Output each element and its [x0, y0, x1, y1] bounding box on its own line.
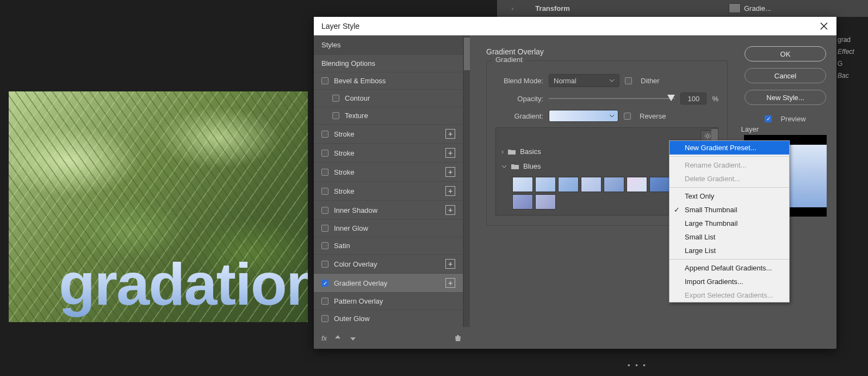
align-layer-label: Layer	[741, 125, 759, 133]
opacity-slider[interactable]	[549, 94, 675, 103]
arrow-up-icon[interactable]	[333, 334, 342, 342]
style-item-label: Blending Options	[321, 59, 375, 67]
checkbox[interactable]	[321, 280, 328, 287]
menu-rename-gradient: Rename Gradient...	[669, 158, 789, 172]
styles-list[interactable]: StylesBlending OptionsBevel & EmbossCont…	[314, 35, 463, 327]
chevron-down-icon	[609, 113, 615, 119]
document-canvas[interactable]: gradation	[9, 91, 308, 322]
arrow-down-icon[interactable]	[349, 334, 357, 342]
gradient-swatch[interactable]	[535, 177, 556, 192]
menu-large-list[interactable]: Large List	[669, 244, 789, 257]
checkbox[interactable]	[321, 77, 328, 84]
styles-header[interactable]: Styles	[314, 35, 463, 54]
checkbox[interactable]	[332, 112, 339, 119]
style-item-label: Outer Glow	[334, 315, 370, 323]
more-dots-icon[interactable]: • • •	[628, 361, 647, 369]
style-item-stroke[interactable]: Stroke+	[314, 162, 463, 181]
style-item-texture[interactable]: Texture	[314, 107, 463, 124]
checkbox[interactable]	[321, 225, 328, 232]
style-item-pattern-overlay[interactable]: Pattern Overlay	[314, 292, 463, 310]
styles-scrollbar[interactable]	[463, 35, 470, 327]
gradient-swatch[interactable]	[627, 177, 647, 192]
blend-mode-select[interactable]: Normal	[549, 74, 619, 87]
style-item-label: Gradient Overlay	[334, 279, 387, 287]
layer-name[interactable]: Gradie...	[744, 4, 771, 13]
checkbox[interactable]	[321, 188, 328, 195]
style-item-stroke[interactable]: Stroke+	[314, 181, 463, 200]
fx-icon[interactable]: fx	[321, 334, 327, 342]
chevron-down-icon	[501, 164, 507, 169]
styles-column: StylesBlending OptionsBevel & EmbossCont…	[314, 35, 470, 349]
gradient-swatch[interactable]	[512, 177, 533, 192]
layer-thumbnail-row: Gradie...	[729, 0, 794, 16]
checkbox[interactable]	[321, 150, 328, 157]
gradient-swatch[interactable]	[512, 194, 533, 209]
menu-small-thumbnail[interactable]: Small Thumbnail	[669, 203, 789, 217]
style-item-stroke[interactable]: Stroke+	[314, 124, 463, 143]
layer-thumb[interactable]	[729, 3, 741, 13]
menu-small-list[interactable]: Small List	[669, 230, 789, 244]
gradient-swatch[interactable]	[581, 177, 602, 192]
add-effect-icon[interactable]: +	[445, 205, 455, 215]
opacity-unit: %	[712, 95, 718, 103]
preview-checkbox[interactable]: Preview	[765, 115, 805, 123]
blend-mode-label: Blend Mode:	[495, 77, 543, 85]
style-item-outer-glow[interactable]: Outer Glow	[314, 310, 463, 327]
checkbox[interactable]	[332, 95, 339, 102]
style-item-label: Stroke	[334, 168, 355, 176]
gradient-swatch[interactable]	[558, 177, 579, 192]
gradient-swatch[interactable]	[604, 177, 624, 192]
text-layer-gradation[interactable]: gradation	[59, 249, 308, 318]
checkbox[interactable]	[321, 298, 328, 305]
style-item-contour[interactable]: Contour	[314, 89, 463, 107]
trash-icon[interactable]	[454, 334, 462, 342]
style-item-label: Stroke	[334, 187, 355, 195]
ok-button[interactable]: OK	[745, 46, 826, 61]
transform-header[interactable]: Transform	[535, 4, 570, 13]
gradient-swatch[interactable]	[535, 194, 556, 209]
cancel-button[interactable]: Cancel	[745, 68, 826, 83]
menu-import-gradients[interactable]: Import Gradients...	[669, 275, 789, 288]
reverse-checkbox[interactable]: Reverse	[624, 112, 666, 120]
menu-new-gradient-preset[interactable]: New Gradient Preset...	[669, 141, 789, 155]
checkbox[interactable]	[321, 131, 328, 138]
chevron-down-icon	[609, 78, 615, 83]
dialog-titlebar[interactable]: Layer Style	[314, 17, 836, 35]
style-item-inner-shadow[interactable]: Inner Shadow+	[314, 200, 463, 219]
style-item-gradient-overlay[interactable]: Gradient Overlay+	[314, 273, 463, 292]
style-item-label: Pattern Overlay	[334, 297, 383, 305]
add-effect-icon[interactable]: +	[445, 129, 455, 139]
style-item-label: Satin	[334, 242, 350, 250]
style-item-inner-glow[interactable]: Inner Glow	[314, 219, 463, 237]
dither-checkbox[interactable]: Dither	[625, 77, 660, 85]
opacity-label: Opacity:	[495, 95, 543, 103]
new-style-button[interactable]: New Style...	[745, 90, 826, 105]
gradient-swatch[interactable]	[649, 177, 670, 192]
menu-append-default[interactable]: Append Default Gradients...	[669, 261, 789, 275]
add-effect-icon[interactable]: +	[445, 278, 455, 288]
style-item-bevel-emboss[interactable]: Bevel & Emboss	[314, 72, 463, 89]
style-item-satin[interactable]: Satin	[314, 237, 463, 254]
style-item-stroke[interactable]: Stroke+	[314, 143, 463, 162]
add-effect-icon[interactable]: +	[445, 186, 455, 196]
style-item-color-overlay[interactable]: Color Overlay+	[314, 254, 463, 273]
gradient-picker[interactable]	[549, 110, 618, 122]
add-effect-icon[interactable]: +	[445, 148, 455, 158]
gradient-label: Gradient:	[495, 112, 543, 120]
gear-icon	[704, 132, 711, 140]
checkbox[interactable]	[321, 261, 328, 268]
checkbox[interactable]	[321, 315, 328, 322]
close-icon[interactable]	[819, 21, 829, 31]
opacity-value[interactable]: 100	[680, 93, 706, 104]
style-item-blending-options[interactable]: Blending Options	[314, 54, 463, 72]
checkbox[interactable]	[321, 207, 328, 214]
properties-strip: › Transform	[497, 0, 868, 17]
checkbox[interactable]	[321, 242, 328, 249]
add-effect-icon[interactable]: +	[445, 167, 455, 177]
gradient-preset-context-menu: New Gradient Preset... Rename Gradient..…	[669, 140, 790, 303]
checkbox[interactable]	[321, 169, 328, 176]
dialog-title: Layer Style	[321, 22, 359, 30]
add-effect-icon[interactable]: +	[445, 259, 455, 269]
menu-large-thumbnail[interactable]: Large Thumbnail	[669, 217, 789, 230]
menu-text-only[interactable]: Text Only	[669, 189, 789, 203]
